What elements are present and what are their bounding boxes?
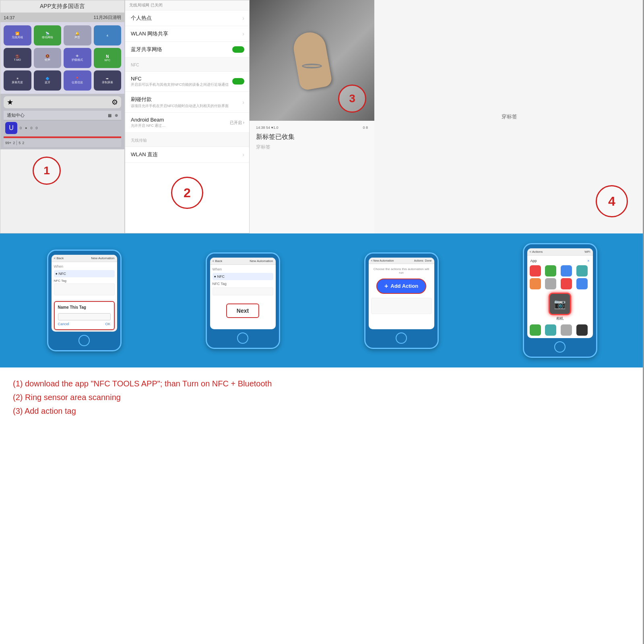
camera-label: 相机	[556, 316, 564, 321]
qs-tile-ring: 🔕 铃声	[34, 48, 62, 68]
panel-1-android-phone: APP支持多国语言 14:37 11月26日清明 📶 无线局域 📡 移动网络 🔔…	[0, 0, 125, 233]
quick-settings-grid: 📶 无线局域 📡 移动网络 🔔 声音 4 📵 T-MO 🔕 铃声	[0, 22, 124, 94]
ok-button[interactable]: OK	[105, 322, 110, 326]
settings-item-wlan-direct[interactable]: WLAN 直连 ›	[125, 147, 249, 163]
phone-2-screen: < Back New Automation When ● NFC NFC Tag…	[210, 258, 276, 329]
nfc-toggle[interactable]	[232, 78, 244, 85]
plus-icon: +	[384, 283, 388, 290]
badge-1: 1	[33, 157, 61, 185]
instruction-3: (3) Add action tag	[13, 405, 631, 417]
phone-2-home[interactable]	[237, 332, 248, 344]
app-icon-7[interactable]	[561, 278, 572, 289]
top-section: APP支持多国语言 14:37 11月26日清明 📶 无线局域 📡 移动网络 🔔…	[0, 0, 644, 233]
name-tag-title: Name This Tag	[58, 305, 111, 310]
phone-1-screen: < Back New Automation When ● NFC NFC Tag…	[52, 255, 117, 332]
phone-3-screen: < New Automation Actions Done Choose the…	[369, 258, 434, 329]
qs-tile-brightness: ☀ 屏幕亮度	[4, 70, 31, 91]
phone-mockup-4: < Actions WFi App ×	[523, 243, 597, 358]
qs-tile-sound: 🔔 声音	[64, 25, 91, 45]
qs-tile-network: 📡 移动网络	[34, 25, 62, 45]
qs-tile-rec: ➡ 录制屏幕	[94, 70, 122, 91]
qs-tile-screen: 👁 护眼模式	[64, 48, 91, 68]
time-display: 14:37	[4, 15, 15, 20]
app-icon-12[interactable]	[576, 324, 588, 336]
app-icon-1[interactable]	[530, 265, 541, 277]
add-action-button[interactable]: + Add Action	[376, 279, 426, 294]
app-grid-bottom	[529, 324, 591, 336]
qs-tile-tmo: 📵 T-MO	[4, 48, 31, 68]
phone-1-home[interactable]	[78, 335, 90, 346]
camera-app-icon[interactable]: 📷	[549, 293, 571, 315]
notification-center: 通知中心 ▦ ⊕	[4, 111, 121, 120]
qs-tile-wifi: 📶 无线局域	[4, 25, 31, 45]
settings-item-wlan-share[interactable]: WLAN 网络共享 ›	[125, 26, 249, 42]
camera-highlighted-section: 📷 相机	[549, 293, 571, 321]
settings-item-bt-share[interactable]: 蓝牙共享网络	[125, 42, 249, 58]
badge-2: 2	[171, 177, 203, 209]
bt-share-toggle[interactable]	[232, 46, 244, 53]
phone-mockup-3: < New Automation Actions Done Choose the…	[364, 252, 439, 349]
blue-section: < Back New Automation When ● NFC NFC Tag…	[0, 233, 644, 367]
app-icon-3[interactable]	[561, 265, 572, 277]
panel-4-nfc-collected: 14:38 54 ♥1.0 0 8 新标签已收集 穿标签	[250, 121, 374, 233]
settings-item-android-beam[interactable]: Android Beam 允许开启 NFC 通过… 已开启 ›	[125, 113, 249, 133]
settings-item-nfc[interactable]: NFC 开启后可以手机与其他支持NFC功能的设备之间进行近场通信	[125, 72, 249, 92]
badge-3: 3	[338, 85, 366, 113]
app-icon-8[interactable]	[576, 278, 588, 289]
cancel-button[interactable]: Cancel	[58, 322, 69, 326]
next-button[interactable]: Next	[226, 303, 259, 318]
panel-3-wrapper: 3 14:38 54 ♥1.0 0 8 新标签已收集 穿标签	[250, 0, 374, 233]
phone-4-home[interactable]	[554, 341, 566, 353]
app-icon-9[interactable]	[530, 324, 541, 336]
phone-3-home[interactable]	[396, 332, 407, 344]
bottom-section: (1) download the app "NFC TOOLS APP"; th…	[0, 367, 644, 428]
name-tag-dialog[interactable]: Name This Tag Cancel OK	[54, 301, 115, 330]
panel1-header: APP支持多国语言	[0, 0, 124, 13]
app-icon-6[interactable]	[545, 278, 556, 289]
wireless-section-header: 无线传输	[131, 138, 147, 142]
panel1-bottom: ★ ⚙ 通知中心 ▦ ⊕ U 0 ● 0 0	[0, 94, 124, 149]
panel1-time: 14:37 11月26日清明	[0, 13, 124, 22]
date-display: 11月26日清明	[94, 14, 121, 21]
instruction-2: (2) Ring sensor area scanning	[13, 391, 631, 404]
camera-icon: 📷	[554, 298, 566, 310]
panel-2-settings: 无线局域网 已关闭 个人热点 › WLAN 网络共享 › 蓝牙共享网络 NFC …	[125, 0, 250, 233]
settings-item-hotspot[interactable]: 个人热点 ›	[125, 10, 249, 26]
qs-tile-bt: 🔷 蓝牙	[34, 70, 62, 91]
label-title: 穿标签	[256, 144, 368, 151]
qs-tile-location: 📍 位置信息	[64, 70, 91, 91]
badge-4: 4	[596, 185, 628, 217]
phone-mockup-1: < Back New Automation When ● NFC NFC Tag…	[47, 250, 122, 351]
hand-finger	[291, 30, 332, 91]
nfc-collected-text: 新标签已收集	[256, 133, 368, 141]
instruction-1: (1) download the app "NFC TOOLS APP"; th…	[13, 377, 631, 390]
phone-4-screen: < Actions WFi App ×	[527, 248, 593, 338]
app-icon-4[interactable]	[576, 265, 588, 277]
app-icon-5[interactable]	[530, 278, 541, 289]
ring-shape	[302, 64, 322, 68]
nfc-section-header: NFC	[131, 63, 139, 67]
panel-4: 穿标签 4	[374, 0, 644, 233]
app-icon-2[interactable]	[545, 265, 556, 277]
qs-tile-4: 4	[94, 25, 122, 45]
qs-tile-nfc: N NFC	[94, 48, 122, 68]
app-icon-11[interactable]	[561, 324, 572, 336]
phone-mockup-2: < Back New Automation When ● NFC NFC Tag…	[206, 252, 280, 349]
name-tag-input[interactable]	[58, 313, 111, 320]
settings-top-hint: 无线局域网 已关闭	[125, 0, 249, 10]
panel-3-photo: 3	[250, 0, 374, 121]
app-grid	[529, 264, 591, 290]
app-icon-10[interactable]	[545, 324, 556, 336]
settings-item-nfc-pay[interactable]: 刷碰付款 该项目允许手机在开启NFC功能时自动进入到相关的付款界面 ›	[125, 92, 249, 113]
